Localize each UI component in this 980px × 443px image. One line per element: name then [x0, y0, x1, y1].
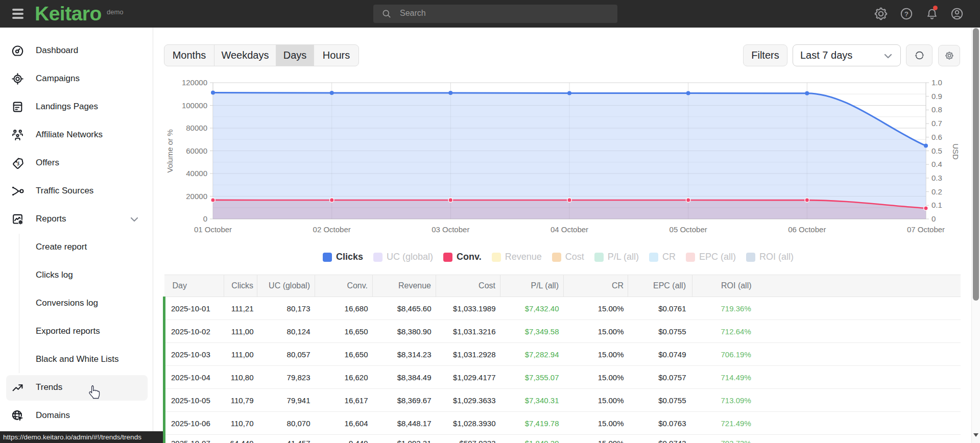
svg-text:60000: 60000	[186, 146, 207, 155]
svg-text:0.2: 0.2	[931, 187, 942, 196]
svg-text:40000: 40000	[186, 169, 207, 178]
svg-text:0.6: 0.6	[931, 133, 942, 141]
svg-text:06 October: 06 October	[788, 225, 826, 234]
svg-text:0: 0	[203, 214, 207, 223]
svg-text:02 October: 02 October	[313, 225, 351, 234]
svg-text:0.1: 0.1	[931, 201, 942, 209]
svg-text:0.3: 0.3	[931, 174, 942, 182]
svg-text:80000: 80000	[186, 124, 207, 132]
svg-text:05 October: 05 October	[670, 225, 707, 234]
svg-text:03 October: 03 October	[432, 225, 469, 234]
svg-text:120000: 120000	[182, 78, 207, 87]
svg-text:0.4: 0.4	[931, 160, 942, 168]
svg-text:USD: USD	[951, 143, 960, 160]
svg-text:04 October: 04 October	[551, 225, 588, 234]
svg-text:20000: 20000	[186, 192, 207, 201]
svg-text:07 October: 07 October	[907, 225, 945, 234]
svg-text:$: $	[17, 161, 20, 166]
svg-text:0.5: 0.5	[931, 146, 942, 155]
svg-text:0.8: 0.8	[931, 105, 942, 114]
svg-text:1.0: 1.0	[931, 78, 942, 87]
svg-text:01 October: 01 October	[194, 225, 232, 234]
svg-text:0.9: 0.9	[931, 92, 942, 101]
svg-text:100000: 100000	[182, 101, 207, 110]
svg-text:?: ?	[904, 10, 909, 18]
svg-text:Volume or %: Volume or %	[165, 129, 174, 173]
svg-text:0.7: 0.7	[931, 119, 942, 128]
svg-text:0: 0	[931, 214, 936, 223]
